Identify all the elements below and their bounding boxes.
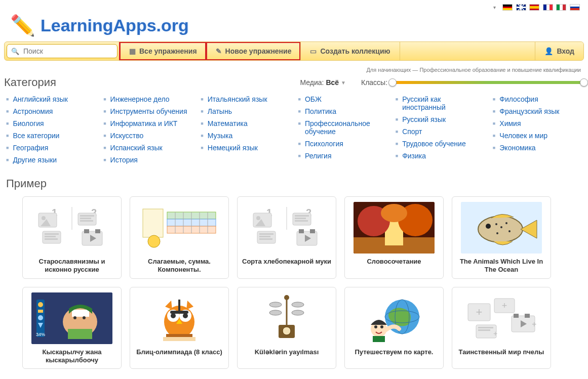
card-thumbnail: 12 <box>246 202 327 254</box>
chevron-down-icon: ▼ <box>341 80 346 86</box>
category-link[interactable]: Человек и мир <box>499 132 547 140</box>
svg-rect-35 <box>295 215 309 217</box>
nav-all-label: Все упражнения <box>139 47 197 55</box>
svg-point-90 <box>292 310 304 315</box>
svg-point-72 <box>83 316 86 319</box>
category-link[interactable]: Информатика и ИКТ <box>110 119 178 128</box>
category-link[interactable]: Психология <box>305 140 343 148</box>
svg-point-4 <box>42 216 46 220</box>
flag-it[interactable] <box>556 4 566 11</box>
category-column: ОБЖПолитикаПрофессиональное обучениеПсих… <box>297 93 388 166</box>
card-title: Путешествуем по карте. <box>355 348 434 364</box>
site-logo[interactable]: ✏️ LearningApps.org <box>4 11 584 41</box>
svg-rect-64 <box>38 310 43 313</box>
language-flags: ▾ <box>4 0 584 11</box>
category-link[interactable]: Искусство <box>110 132 144 140</box>
category-link[interactable]: История <box>110 156 138 164</box>
card-title: Сорта хлебопекарной муки <box>242 258 331 274</box>
svg-rect-18 <box>143 209 163 237</box>
category-item: Английский язык <box>5 93 96 105</box>
category-link[interactable]: Философия <box>499 95 538 103</box>
category-link[interactable]: Русский как иностранный <box>402 95 485 111</box>
category-link[interactable]: Химия <box>499 119 521 128</box>
svg-point-98 <box>380 325 383 328</box>
category-item: Инженерное дело <box>102 93 193 105</box>
category-link[interactable]: Латынь <box>208 107 232 115</box>
dropdown-caret-icon[interactable]: ▾ <box>493 5 496 10</box>
example-card[interactable]: The Animals Which Live In The Ocean <box>452 196 551 279</box>
category-item: Математика <box>200 117 291 130</box>
svg-rect-41 <box>259 238 272 240</box>
example-card[interactable]: 34%Кыскарылчу жана кыскарылбоочу <box>22 287 122 369</box>
example-card[interactable]: 12Старославянизмы и исконно русские <box>22 196 122 279</box>
card-title: Кыскарылчу жана кыскарылбоочу <box>27 348 117 365</box>
category-link[interactable]: Инструменты обучения <box>110 107 187 115</box>
category-link[interactable]: География <box>13 144 48 152</box>
category-link[interactable]: Спорт <box>402 128 422 136</box>
category-link[interactable]: Русский язык <box>402 115 446 123</box>
search-box[interactable]: 🔍 <box>7 44 117 58</box>
svg-text:+: + <box>493 329 497 338</box>
category-link[interactable]: Профессиональное обучение <box>305 119 387 136</box>
search-input[interactable] <box>22 47 113 56</box>
category-link[interactable]: Политика <box>305 107 336 115</box>
example-card[interactable]: Блиц-олимпиада (8 класс) <box>130 287 229 369</box>
flag-fr[interactable] <box>543 4 553 11</box>
example-card[interactable]: ++++Таинственный мир пчелы <box>452 287 551 369</box>
category-link[interactable]: Английский язык <box>13 95 68 103</box>
category-item: Религия <box>297 150 388 162</box>
flag-de[interactable] <box>502 4 513 11</box>
classes-label: Классы: <box>361 78 387 87</box>
level-slider[interactable] <box>393 81 584 84</box>
example-card[interactable]: Путешествуем по карте. <box>344 287 444 369</box>
nav-create-collection[interactable]: ▭ Создать коллекцию <box>300 42 399 60</box>
category-link[interactable]: Экономика <box>499 144 535 152</box>
category-link[interactable]: Испанский язык <box>110 144 163 152</box>
category-item: Психология <box>297 138 388 150</box>
svg-rect-12 <box>45 236 56 237</box>
card-title: Блиц-олимпиада (8 класс) <box>136 348 222 364</box>
category-link[interactable]: Математика <box>208 119 248 128</box>
category-item: Испанский язык <box>102 142 193 154</box>
category-link[interactable]: Другие языки <box>13 156 57 164</box>
category-link[interactable]: Итальянский язык <box>208 95 267 103</box>
category-link[interactable]: Французский язык <box>499 107 559 115</box>
category-item: Все категории <box>5 130 96 142</box>
media-filter[interactable]: Медиа: Всё ▼ <box>300 78 346 87</box>
example-card[interactable]: Küləklərin yayılması <box>237 287 336 369</box>
nav-login[interactable]: 👤 Вход <box>535 42 583 60</box>
category-link[interactable]: Все категории <box>13 132 59 140</box>
card-thumbnail: ++++ <box>461 292 542 344</box>
category-link[interactable]: ОБЖ <box>305 95 322 103</box>
flag-es[interactable] <box>529 4 539 11</box>
category-link[interactable]: Биология <box>13 119 44 128</box>
svg-point-57 <box>500 226 502 228</box>
flag-en[interactable] <box>516 4 526 11</box>
category-link[interactable]: Религия <box>305 152 332 160</box>
example-card[interactable]: Словосочетание <box>344 196 444 279</box>
nav-all-exercises[interactable]: ▦ Все упражнения <box>120 42 206 60</box>
category-link[interactable]: Трудовое обучение <box>402 140 466 148</box>
category-item: Русский как иностранный <box>395 93 486 113</box>
level-range-label: Для начинающих — Профессиональное образо… <box>4 65 584 73</box>
flag-ru[interactable] <box>570 4 580 11</box>
pencil-icon: ✏️ <box>10 14 35 37</box>
category-link[interactable]: Немецкий язык <box>208 144 258 152</box>
category-link[interactable]: Астрономия <box>13 107 53 115</box>
grid-icon: ▦ <box>129 47 136 55</box>
category-link[interactable]: Музыка <box>208 132 233 140</box>
svg-point-27 <box>148 235 160 247</box>
category-item: Русский язык <box>395 113 486 125</box>
svg-point-59 <box>508 230 511 232</box>
example-card[interactable]: Слагаемые, сумма. Компоненты. <box>130 196 229 279</box>
category-link[interactable]: Инженерное дело <box>110 95 170 103</box>
category-item: Инструменты обучения <box>102 105 193 117</box>
nav-new-exercise[interactable]: ✎ Новое упражнение <box>206 42 301 60</box>
category-item: Экономика <box>492 142 583 154</box>
svg-rect-8 <box>80 218 91 219</box>
category-header: Категория Медиа: Всё ▼ Классы: <box>4 76 584 89</box>
category-item: История <box>102 154 193 166</box>
svg-rect-84 <box>178 300 180 314</box>
example-card[interactable]: 12Сорта хлебопекарной муки <box>237 196 336 279</box>
category-link[interactable]: Физика <box>402 152 426 160</box>
